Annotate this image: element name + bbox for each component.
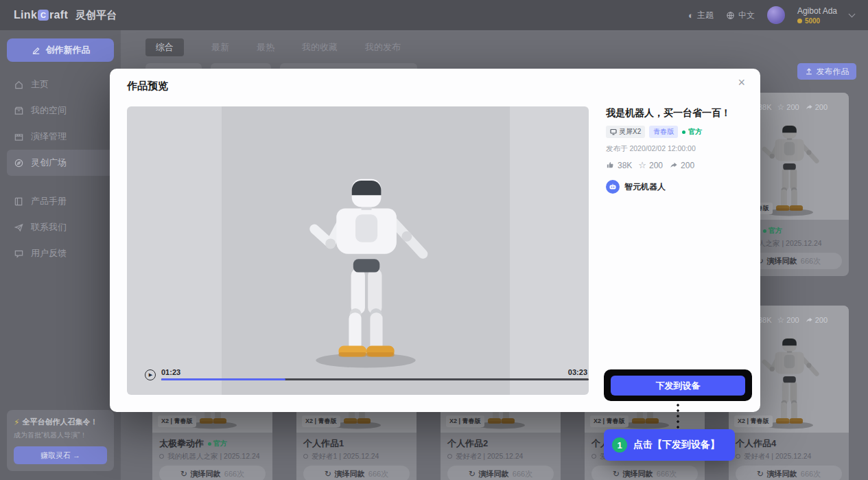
lightning-icon: ⚡: [14, 418, 19, 427]
replay-icon: ↻: [325, 469, 331, 479]
model-badge: X2 | 青春版: [590, 415, 629, 427]
share-icon: [805, 103, 813, 111]
replay-icon: ↻: [613, 469, 620, 479]
language-switch[interactable]: 中文: [726, 10, 755, 21]
sidebar-item-performance[interactable]: 演绎管理: [7, 124, 114, 150]
progress-bar[interactable]: [161, 378, 589, 380]
author-icon: [736, 454, 740, 459]
official-badge: 官方: [763, 226, 782, 236]
publish-date: 发布于 2020/02/02 12:00:00: [606, 144, 745, 154]
work-author: 爱好者4 | 2025.12.24: [736, 452, 842, 461]
replay-same-button[interactable]: ↻ 演绎同款 666次: [447, 466, 554, 480]
model-badge: X2 | 青春版: [734, 415, 773, 427]
play-button[interactable]: ▶: [145, 369, 156, 380]
sidebar-item-manual[interactable]: 产品手册: [7, 188, 114, 214]
current-time: 01:23: [161, 368, 180, 376]
work-title: 个人作品4: [736, 437, 776, 450]
replay-icon: ↻: [757, 469, 764, 479]
theme-toggle[interactable]: ◐ 主题: [688, 10, 714, 21]
sidebar-item-contact[interactable]: 联系我们: [7, 214, 114, 240]
like-icon[interactable]: [606, 161, 615, 170]
card-stats: 38K ☆200 200: [748, 102, 833, 112]
robot-image: [753, 318, 824, 431]
robot-preview-image: [292, 138, 439, 373]
work-stats: 38K ☆200 200: [606, 160, 745, 170]
author-row[interactable]: 智元机器人: [606, 180, 745, 194]
tab-hottest[interactable]: 最热: [257, 41, 274, 54]
replay-same-button[interactable]: ↻ 演绎同款 666次: [159, 466, 266, 480]
sidebar: 创作新作品 主页 我的空间 演绎管理 灵创广场 产品手册: [0, 30, 121, 480]
connector-dotted-line: [677, 402, 679, 428]
author-icon: [159, 454, 164, 459]
replay-icon: ↻: [469, 469, 476, 479]
publish-work-button[interactable]: 发布作品: [797, 63, 856, 80]
work-author: 爱好者2 | 2025.12.24: [447, 452, 554, 461]
model-badge: 灵犀X2: [606, 126, 645, 138]
play-icon: ▶: [149, 372, 152, 378]
total-time: 03:23: [568, 368, 587, 376]
model-badge: X2 | 青春版: [446, 415, 484, 427]
coin-icon: [797, 19, 802, 23]
top-navbar: LinkCraft 灵创平台 ◐ 主题 中文 Agibot Ada 5000: [0, 0, 868, 30]
globe-icon: [726, 11, 735, 20]
tab-comprehensive[interactable]: 综合: [145, 38, 184, 56]
official-badge: 官方: [682, 127, 702, 137]
author-icon: [303, 454, 308, 459]
pencil-icon: [31, 45, 41, 56]
work-title: 个人作品2: [447, 437, 488, 450]
robot-image: [753, 105, 824, 218]
work-title: 个人作品1: [303, 437, 344, 450]
star-icon[interactable]: ☆: [638, 160, 646, 170]
sidebar-item-plaza[interactable]: 灵创广场: [7, 150, 114, 176]
promo-subtitle: 成为首批“机器人导演”！: [14, 431, 107, 440]
author-icon: [591, 454, 596, 459]
tab-my-posts[interactable]: 我的发布: [365, 41, 401, 54]
theme-icon: ◐: [688, 10, 694, 21]
chevron-down-icon[interactable]: [849, 11, 856, 18]
work-author: 爱好者1 | 2025.12.24: [303, 452, 410, 461]
work-author: 我的机器人之家 | 2025.12.24: [159, 452, 266, 461]
clapperboard-icon: [14, 132, 24, 142]
robot-face-icon: [609, 183, 617, 191]
device-icon: [610, 128, 617, 135]
upload-icon: [805, 67, 813, 76]
app-root: LinkCraft 灵创平台 ◐ 主题 中文 Agibot Ada 5000 创…: [0, 0, 868, 480]
modal-title: 作品预览: [127, 80, 168, 93]
sidebar-item-my-space[interactable]: 我的空间: [7, 98, 114, 124]
compass-icon: [14, 158, 24, 168]
earn-gems-button[interactable]: 赚取灵石 →: [14, 446, 107, 464]
user-avatar[interactable]: [767, 6, 785, 24]
star-icon: ☆: [777, 102, 785, 112]
sidebar-item-home[interactable]: 主页: [7, 71, 114, 98]
author-avatar: [606, 180, 620, 194]
sidebar-item-feedback[interactable]: 用户反馈: [7, 240, 114, 266]
app-logo[interactable]: LinkCraft 灵创平台: [14, 9, 117, 22]
author-icon: [447, 454, 452, 459]
model-badge: X2 | 青春版: [158, 415, 196, 427]
replay-same-button[interactable]: ↻ 演绎同款 666次: [591, 466, 698, 480]
logo-icon: C: [38, 10, 49, 21]
close-icon[interactable]: ×: [738, 76, 745, 89]
home-icon: [14, 80, 24, 90]
tab-newest[interactable]: 最新: [211, 41, 229, 54]
video-player: ▶ 01:23 03:23: [127, 106, 589, 395]
work-info-panel: 我是机器人，买一台省一百！ 灵犀X2 青春版 官方 发布于 2020/02/02…: [606, 106, 745, 194]
official-badge: 官方: [208, 439, 227, 448]
share-icon: [805, 316, 813, 324]
send-to-device-button[interactable]: 下发到设备: [611, 376, 745, 396]
star-icon: ☆: [777, 315, 785, 325]
model-badge: X2 | 青春版: [302, 415, 340, 427]
tab-favorites[interactable]: 我的收藏: [302, 41, 338, 54]
paper-plane-icon: [14, 222, 24, 233]
share-icon[interactable]: [669, 161, 678, 170]
creator-promo-card: ⚡全平台创作人召集令！ 成为首批“机器人导演”！ 赚取灵石 →: [7, 410, 114, 471]
replay-same-button[interactable]: ↻ 演绎同款 666次: [736, 466, 842, 480]
user-info: Agibot Ada 5000: [797, 6, 837, 25]
coin-balance: 5000: [797, 17, 837, 25]
work-preview-modal: 作品预览 × ▶ 01:23 03:23 我是机器人，买一台省一百！ 灵犀X2 …: [110, 69, 760, 412]
replay-same-button[interactable]: ↻ 演绎同款 666次: [303, 466, 410, 480]
card-stats: 38K ☆200 200: [748, 315, 833, 325]
create-new-work-button[interactable]: 创作新作品: [7, 38, 114, 62]
step-number-badge: 1: [612, 437, 627, 453]
work-title: 我是机器人，买一台省一百！: [606, 106, 745, 119]
